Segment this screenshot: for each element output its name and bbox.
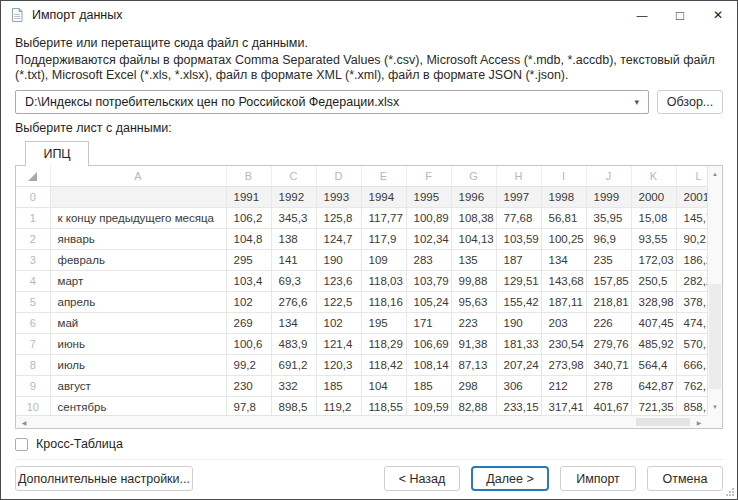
cell: 1997 — [496, 186, 541, 207]
browse-button[interactable]: Обзор... — [657, 90, 723, 114]
cross-table-checkbox[interactable] — [15, 438, 28, 451]
cell: 117,9 — [361, 228, 406, 249]
sheet-grid[interactable]: ABCDEFGHIJKL0199119921993199419951996199… — [16, 166, 707, 415]
cell: 97,8 — [226, 396, 271, 415]
cell: 123,6 — [316, 270, 361, 291]
row-number: 4 — [16, 270, 50, 291]
cell: 138 — [271, 228, 316, 249]
cell: 317,41 — [541, 396, 586, 415]
maximize-icon[interactable]: □ — [661, 1, 699, 29]
cell: 172,03 — [631, 249, 676, 270]
sheet-section-label: Выберите лист с данными: — [15, 121, 723, 136]
table-row: 2январь104,8138124,7117,9102,34104,13103… — [16, 228, 707, 249]
advanced-settings-button[interactable]: Дополнительные настройки... — [15, 466, 193, 491]
cell: 100,25 — [541, 228, 586, 249]
import-button[interactable]: Импорт — [560, 466, 636, 491]
col-header-H: H — [496, 166, 541, 186]
row-label: июнь — [50, 333, 226, 354]
cell: 642,87 — [631, 375, 676, 396]
cell: 898,5 — [271, 396, 316, 415]
cell: 564,4 — [631, 354, 676, 375]
col-header-K: K — [631, 166, 676, 186]
cell: 90,21 — [676, 228, 707, 249]
row-label: сентябрь — [50, 396, 226, 415]
cell: 118,42 — [361, 354, 406, 375]
cell: 858,17 — [676, 396, 707, 415]
cell: 91,38 — [451, 333, 496, 354]
footer: Дополнительные настройки... < Назад Дале… — [15, 466, 723, 491]
cell: 108,38 — [451, 207, 496, 228]
next-button[interactable]: Далее > — [471, 466, 549, 491]
row-number: 1 — [16, 207, 50, 228]
resize-grip-icon[interactable] — [725, 487, 735, 497]
back-button[interactable]: < Назад — [384, 466, 460, 491]
row-label: февраль — [50, 249, 226, 270]
col-header-D: D — [316, 166, 361, 186]
cell: 570,18 — [676, 333, 707, 354]
cell: 82,88 — [451, 396, 496, 415]
cell: 129,51 — [496, 270, 541, 291]
col-header-L: L — [676, 166, 707, 186]
cell: 235 — [586, 249, 631, 270]
cell: 104 — [361, 375, 406, 396]
cell: 401,67 — [586, 396, 631, 415]
col-header-I: I — [541, 166, 586, 186]
tab-ipc[interactable]: ИПЦ — [25, 141, 89, 166]
cell: 125,8 — [316, 207, 361, 228]
row-number: 6 — [16, 312, 50, 333]
cell: 230,54 — [541, 333, 586, 354]
table-row: 0199119921993199419951996199719981999200… — [16, 186, 707, 207]
close-icon[interactable]: ✕ — [699, 1, 737, 29]
cell: 218,81 — [586, 291, 631, 312]
cell: 762,17 — [676, 375, 707, 396]
cell: 104,13 — [451, 228, 496, 249]
cell: 226 — [586, 312, 631, 333]
cell: 181,33 — [496, 333, 541, 354]
cell: 77,68 — [496, 207, 541, 228]
window-title: Импорт данных — [32, 8, 122, 22]
dropdown-arrow-icon[interactable]: ▾ — [628, 97, 639, 107]
cancel-button[interactable]: Отмена — [647, 466, 723, 491]
cell: 187,11 — [541, 291, 586, 312]
cell: 203 — [541, 312, 586, 333]
cell: 121,4 — [316, 333, 361, 354]
cell: 100,89 — [406, 207, 451, 228]
cell: 190 — [496, 312, 541, 333]
cell: 100,6 — [226, 333, 271, 354]
scroll-left-icon[interactable]: ◀ — [17, 416, 31, 428]
cell: 185 — [406, 375, 451, 396]
cell: 195 — [361, 312, 406, 333]
table-row: 3февраль295141190109283135187134235172,0… — [16, 249, 707, 270]
vertical-scrollbar[interactable]: ▲ ▼ — [707, 166, 722, 415]
sheet-preview-panel[interactable]: ABCDEFGHIJKL0199119921993199419951996199… — [15, 165, 723, 429]
cell: 276,6 — [271, 291, 316, 312]
cell: 95,63 — [451, 291, 496, 312]
row-number: 7 — [16, 333, 50, 354]
file-path-combobox[interactable]: D:\Индексы потребительских цен по Россий… — [15, 90, 649, 114]
cell: 223 — [451, 312, 496, 333]
cell: 1992 — [271, 186, 316, 207]
minimize-icon[interactable]: — — [623, 1, 661, 29]
cell: 282,2 — [676, 270, 707, 291]
scroll-up-icon[interactable]: ▲ — [708, 167, 722, 181]
cross-table-label[interactable]: Кросс-Таблица — [36, 437, 123, 451]
cell: 483,9 — [271, 333, 316, 354]
cell: 134 — [271, 312, 316, 333]
title-bar: Импорт данных — □ ✕ — [1, 1, 737, 29]
cell: 407,45 — [631, 312, 676, 333]
table-row: 7июнь100,6483,9121,4118,29106,6991,38181… — [16, 333, 707, 354]
col-header-F: F — [406, 166, 451, 186]
cross-table-option[interactable]: Кросс-Таблица — [15, 437, 723, 451]
supported-formats-text: Поддерживаются файлы в форматах Comma Se… — [15, 53, 723, 83]
cell: 666,18 — [676, 354, 707, 375]
footer-divider — [15, 459, 723, 460]
scroll-down-icon[interactable]: ▼ — [708, 400, 722, 414]
horizontal-scroll-thumb[interactable] — [636, 418, 690, 426]
scroll-right-icon[interactable]: ▶ — [692, 416, 706, 428]
horizontal-scrollbar[interactable]: ◀ ▶ — [16, 415, 707, 428]
cell: 103,59 — [496, 228, 541, 249]
table-row: 9август230332185104185298306212278642,87… — [16, 375, 707, 396]
vertical-scroll-thumb[interactable] — [709, 284, 721, 389]
row-number: 5 — [16, 291, 50, 312]
row-number: 2 — [16, 228, 50, 249]
